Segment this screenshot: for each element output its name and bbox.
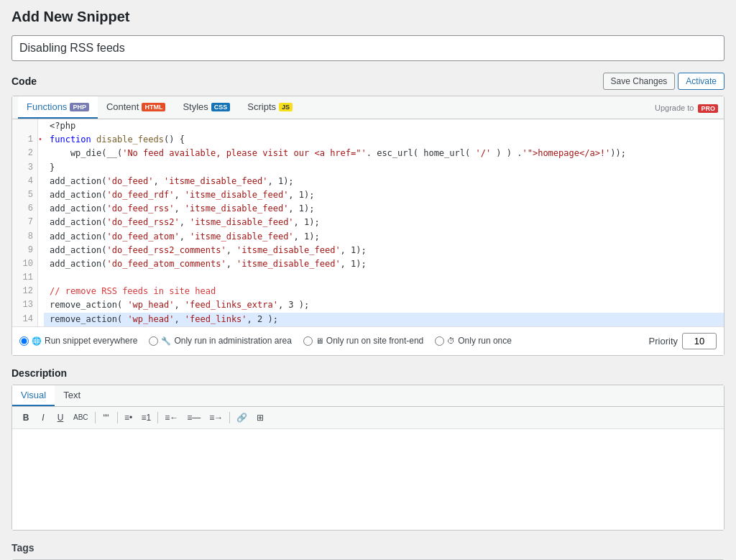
description-section: Description Visual Text B I U ABC ““ ≡• … [12, 367, 724, 531]
tab-functions[interactable]: Functions PHP [18, 96, 98, 119]
page-title: Add New Snippet [12, 9, 724, 25]
editor-body[interactable] [12, 429, 724, 530]
line-num-4: 4 [12, 175, 38, 188]
code-row-9: 9 add_action('do_feed_rss2_comments', 'i… [12, 244, 724, 257]
toolbar-sep-3 [157, 412, 158, 423]
toolbar-align-center-btn[interactable]: ≡— [183, 411, 204, 424]
run-option-once-radio[interactable] [435, 336, 444, 346]
editor-container: Visual Text B I U ABC ““ ≡• ≡1 ≡← ≡— ≡→ … [12, 385, 724, 531]
line-content-12: // remove RSS feeds in site head [44, 285, 724, 298]
tab-content[interactable]: Content HTML [98, 96, 175, 119]
priority-input[interactable] [682, 333, 717, 349]
line-num-10: 10 [12, 257, 38, 271]
code-section-label: Code [12, 75, 37, 87]
toolbar-underline-btn[interactable]: U [52, 411, 68, 424]
php-tag-row: <?php [12, 119, 724, 133]
toolbar-sep-2 [117, 412, 118, 423]
line-num-11: 11 [12, 271, 38, 285]
line-num-12: 12 [12, 285, 38, 298]
toolbar-link-btn[interactable]: 🔗 [233, 411, 251, 424]
tabs-bar: Functions PHP Content HTML Styles CSS Sc… [12, 96, 724, 119]
line-indicator-11 [38, 271, 44, 285]
line-indicator-4 [38, 175, 44, 188]
tab-styles[interactable]: Styles CSS [174, 96, 239, 119]
tab-scripts-badge: JS [279, 103, 293, 111]
tags-section: Tags [12, 542, 724, 560]
code-row-4: 4 add_action('do_feed', 'itsme_disable_f… [12, 175, 724, 188]
line-num-2: 2 [12, 147, 38, 160]
line-indicator-12 [38, 285, 44, 298]
line-content-10: add_action('do_feed_atom_comments', 'its… [44, 257, 724, 271]
snippet-name-input[interactable] [12, 35, 724, 61]
tab-functions-label: Functions [27, 101, 67, 112]
line-content-1: function disable_feeds() { [44, 133, 724, 147]
line-num-3: 3 [12, 161, 38, 175]
toolbar-blockquote-btn[interactable]: ““ [98, 411, 114, 424]
toolbar-strikethrough-btn[interactable]: ABC [70, 412, 92, 423]
upgrade-pro-area: Upgrade to PRO [655, 104, 718, 112]
line-indicator-9 [38, 244, 44, 257]
line-indicator-7 [38, 216, 44, 229]
run-option-everywhere-radio[interactable] [19, 336, 29, 346]
toolbar-ul-btn[interactable]: ≡• [121, 411, 137, 424]
editor-tabs: Visual Text [12, 385, 724, 407]
run-option-admin[interactable]: Only run in administration area [149, 336, 291, 346]
code-actions: Save Changes Activate [603, 73, 724, 90]
code-row-8: 8 add_action('do_feed_atom', 'itsme_disa… [12, 230, 724, 244]
line-num-6: 6 [12, 202, 38, 216]
activate-button[interactable]: Activate [678, 73, 724, 90]
line-num-5: 5 [12, 188, 38, 202]
toolbar-bold-btn[interactable]: B [18, 411, 34, 424]
code-row-3: 3 } [12, 161, 724, 175]
monitor-icon [316, 336, 323, 346]
toolbar-table-btn[interactable]: ⊞ [252, 411, 268, 424]
tab-content-label: Content [106, 101, 139, 112]
tab-scripts[interactable]: Scripts JS [239, 96, 301, 119]
description-header: Description [12, 367, 724, 379]
tab-styles-label: Styles [183, 101, 208, 112]
toolbar-align-right-btn[interactable]: ≡→ [206, 411, 226, 424]
run-option-everywhere[interactable]: Run snippet everywhere [19, 336, 137, 346]
line-indicator-2 [38, 147, 44, 160]
tab-content-badge: HTML [142, 103, 165, 111]
code-row-10: 10 add_action('do_feed_atom_comments', '… [12, 257, 724, 271]
run-option-frontend-radio[interactable] [303, 336, 313, 346]
line-content-14: remove_action( 'wp_head', 'feed_links', … [44, 313, 724, 326]
code-row-1: 1 function disable_feeds() { [12, 133, 724, 147]
line-indicator-10 [38, 257, 44, 271]
line-indicator-5 [38, 188, 44, 202]
toolbar-align-left-btn[interactable]: ≡← [161, 411, 182, 424]
line-num-9: 9 [12, 244, 38, 257]
run-options-bar: Run snippet everywhere Only run in admin… [12, 326, 724, 355]
priority-label: Priority [649, 336, 678, 346]
line-content-2: wp_die(__('No feed available, please vis… [44, 147, 724, 160]
code-area[interactable]: <?php 1 function disable_feeds() { 2 wp_… [12, 119, 724, 326]
tab-scripts-label: Scripts [247, 101, 276, 112]
line-indicator-6 [38, 202, 44, 216]
code-row-13: 13 remove_action( 'wp_head', 'feed_links… [12, 298, 724, 312]
line-content-5: add_action('do_feed_rdf', 'itsme_disable… [44, 188, 724, 202]
wrench-icon [161, 336, 171, 346]
run-option-frontend-label: Only run on site front-end [326, 336, 423, 346]
run-option-once[interactable]: Only run once [435, 336, 512, 346]
run-option-frontend[interactable]: Only run on site front-end [303, 336, 423, 346]
toolbar-sep-4 [229, 412, 230, 423]
tabs-left: Functions PHP Content HTML Styles CSS Sc… [18, 96, 301, 119]
code-section-header: Code Save Changes Activate [12, 73, 724, 90]
line-num-7: 7 [12, 216, 38, 229]
run-option-admin-radio[interactable] [149, 336, 158, 346]
tags-label: Tags [12, 542, 724, 554]
line-num-14: 14 [12, 313, 38, 326]
editor-tab-visual[interactable]: Visual [12, 385, 55, 406]
line-indicator-3 [38, 161, 44, 175]
run-option-admin-label: Only run in administration area [174, 336, 291, 346]
line-num-1: 1 [12, 133, 38, 147]
line-content-7: add_action('do_feed_rss2', 'itsme_disabl… [44, 216, 724, 229]
save-changes-button[interactable]: Save Changes [603, 73, 676, 90]
line-content-6: add_action('do_feed_rss', 'itsme_disable… [44, 202, 724, 216]
editor-tab-text[interactable]: Text [55, 385, 89, 406]
line-indicator-13 [38, 298, 44, 312]
toolbar-italic-btn[interactable]: I [35, 411, 51, 424]
toolbar-ol-btn[interactable]: ≡1 [138, 411, 155, 424]
tab-functions-badge: PHP [70, 103, 89, 111]
